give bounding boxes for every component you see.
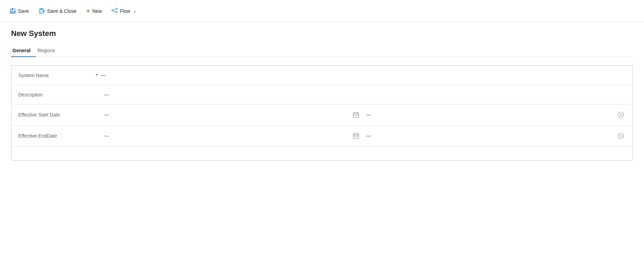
svg-point-11 <box>112 10 113 11</box>
tab-regions[interactable]: Regions <box>36 45 61 57</box>
effective-start-date-calendar-button[interactable] <box>351 110 361 120</box>
effective-start-time-value[interactable]: --- <box>366 112 380 118</box>
clock-icon <box>617 132 624 139</box>
effective-end-time-value[interactable]: --- <box>366 133 380 139</box>
main-content: New System General Regions System Name *… <box>0 22 644 175</box>
svg-rect-6 <box>41 9 42 10</box>
system-name-value[interactable]: --- <box>100 73 626 78</box>
svg-line-15 <box>113 11 116 12</box>
save-button[interactable]: Save <box>6 5 33 17</box>
effective-start-date-row: Effective Start Date --- --- <box>11 104 633 126</box>
effective-end-date-value[interactable]: --- <box>104 133 118 139</box>
save-label: Save <box>18 8 29 14</box>
tab-general[interactable]: General <box>11 45 36 57</box>
svg-point-13 <box>116 11 117 13</box>
tabs-container: General Regions <box>11 45 633 57</box>
form-bottom-spacer <box>11 147 633 160</box>
svg-rect-30 <box>354 136 355 137</box>
svg-rect-20 <box>354 115 355 116</box>
clock-icon <box>617 111 624 118</box>
effective-start-date-label: Effective Start Date <box>18 112 95 118</box>
svg-rect-21 <box>356 115 357 116</box>
svg-rect-32 <box>357 136 358 137</box>
svg-rect-7 <box>40 11 43 13</box>
effective-end-date-row: Effective EndDate --- --- <box>11 126 633 147</box>
effective-start-date-clock-button[interactable] <box>616 110 626 120</box>
save-close-button[interactable]: Save & Close <box>35 5 81 17</box>
svg-line-35 <box>621 136 622 137</box>
svg-line-14 <box>113 9 116 10</box>
new-icon: + <box>86 8 90 15</box>
chevron-down-icon[interactable]: ⌄ <box>133 9 136 13</box>
svg-rect-2 <box>12 9 13 10</box>
calendar-icon <box>352 111 359 118</box>
description-value[interactable]: --- <box>104 92 626 98</box>
svg-point-12 <box>116 8 117 9</box>
save-close-label: Save & Close <box>47 8 77 14</box>
effective-end-date-label: Effective EndDate <box>18 133 95 139</box>
save-close-icon <box>39 8 45 14</box>
effective-start-date-inputs: --- --- <box>95 110 626 120</box>
effective-start-date-value[interactable]: --- <box>104 112 118 118</box>
new-label: New <box>92 8 102 14</box>
new-button[interactable]: + New <box>82 5 106 17</box>
system-name-required: * <box>96 73 98 78</box>
calendar-icon <box>352 132 359 139</box>
flow-button[interactable]: Flow ⌄ <box>107 4 141 17</box>
description-label: Description <box>18 92 95 98</box>
description-row: Description --- <box>11 85 633 104</box>
flow-icon <box>111 7 118 15</box>
page-title: New System <box>11 29 633 38</box>
svg-line-25 <box>621 115 622 116</box>
effective-end-date-clock-button[interactable] <box>616 131 626 141</box>
form-section: System Name * --- Description --- Effect… <box>11 65 633 161</box>
svg-rect-22 <box>357 115 358 116</box>
effective-end-date-calendar-button[interactable] <box>351 131 361 141</box>
system-name-label: System Name <box>18 73 95 78</box>
effective-end-date-inputs: --- --- <box>95 131 626 141</box>
flow-label: Flow <box>120 8 130 14</box>
svg-rect-31 <box>356 136 357 137</box>
system-name-row: System Name * --- <box>11 66 633 85</box>
save-icon <box>10 8 16 14</box>
toolbar: Save Save & Close + New <box>0 0 644 22</box>
